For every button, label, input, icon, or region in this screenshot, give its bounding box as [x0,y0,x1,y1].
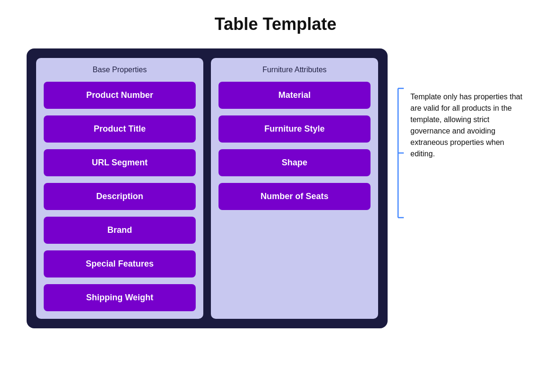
furniture-attributes-header: Furniture Attributes [218,66,370,74]
brand-btn[interactable]: Brand [44,217,196,244]
base-properties-header: Base Properties [44,66,196,74]
furniture-attributes-column: Furniture Attributes Material Furniture … [211,58,378,319]
outer-container: Base Properties Product Number Product T… [27,48,388,328]
main-content: Base Properties Product Number Product T… [14,48,537,328]
description-btn[interactable]: Description [44,183,196,210]
number-of-seats-btn[interactable]: Number of Seats [218,183,370,210]
product-number-btn[interactable]: Product Number [44,82,196,109]
special-features-btn[interactable]: Special Features [44,250,196,277]
annotation-text: Template only has properties that are va… [410,77,524,160]
shipping-weight-btn[interactable]: Shipping Weight [44,284,196,311]
material-btn[interactable]: Material [218,82,370,109]
product-title-btn[interactable]: Product Title [44,115,196,143]
shape-btn[interactable]: Shape [218,149,370,176]
furniture-style-btn[interactable]: Furniture Style [218,115,370,143]
base-properties-column: Base Properties Product Number Product T… [36,58,203,319]
bracket-icon [397,86,407,220]
page-title: Table Template [215,14,337,34]
url-segment-btn[interactable]: URL Segment [44,149,196,176]
annotation-area: Template only has properties that are va… [397,48,524,220]
